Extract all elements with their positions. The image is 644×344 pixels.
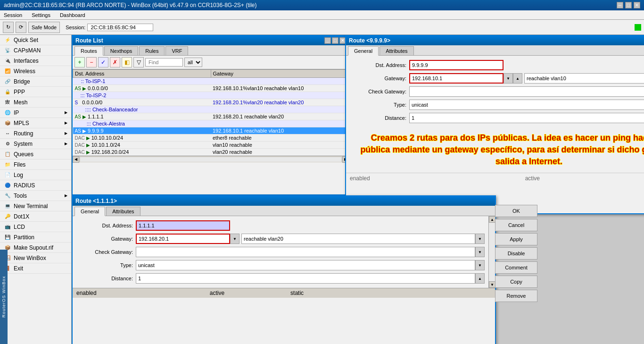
sidebar-item-ip[interactable]: 🌐 IP xyxy=(0,108,71,118)
tab-111-attributes[interactable]: Attributes xyxy=(106,207,140,216)
tab-111-general[interactable]: General xyxy=(74,207,105,216)
hscroll-left[interactable]: ◀ xyxy=(73,156,79,163)
comment-btn[interactable]: Comment xyxy=(495,261,537,274)
check-gateway-input[interactable] xyxy=(409,86,644,97)
sidebar-item-dot1x[interactable]: 🔑 Dot1X xyxy=(0,211,71,222)
sidebar-item-files[interactable]: 📁 Files xyxy=(0,159,71,170)
table-row[interactable]: AS ▶ 0.0.0.0/0 192.168.10.1%vlan10 reach… xyxy=(73,85,349,92)
filter-route-btn[interactable]: ▽ xyxy=(133,57,144,67)
route-111-title-bar[interactable]: Route <1.1.1.1> xyxy=(73,196,495,206)
sidebar-item-system[interactable]: ⚙ System xyxy=(0,139,71,149)
remove-route-btn[interactable]: − xyxy=(86,57,97,67)
ok-btn[interactable]: OK xyxy=(495,205,537,217)
copy-btn[interactable]: Copy xyxy=(495,276,537,288)
sidebar-item-new-terminal[interactable]: 💻 New Terminal xyxy=(0,201,71,211)
sidebar-item-log[interactable]: 📄 Log xyxy=(0,170,71,180)
sidebar-item-ppp[interactable]: 🔒 PPP xyxy=(0,87,71,97)
remove-btn[interactable]: Remove xyxy=(495,290,537,302)
table-row[interactable]: DAC ▶ 10.10.1.0/24 vlan10 reachable xyxy=(73,142,349,149)
refresh-btn[interactable]: ↻ xyxy=(3,22,14,33)
find-input[interactable] xyxy=(145,58,183,67)
table-row[interactable]: ::: To-ISP-2 xyxy=(73,92,349,99)
type-row: Type: ▼ xyxy=(350,99,644,110)
type-input[interactable] xyxy=(409,100,644,110)
distance-111-input[interactable] xyxy=(136,273,475,284)
type-111-input[interactable] xyxy=(136,260,475,270)
distance-input[interactable] xyxy=(409,113,644,123)
gateway-111-extra-input[interactable] xyxy=(241,234,475,244)
type-111-dropdown[interactable]: ▼ xyxy=(475,260,485,270)
sidebar-item-quick-set[interactable]: ⚡ Quick Set xyxy=(0,35,71,45)
apply-btn[interactable]: Apply xyxy=(495,233,537,245)
table-row[interactable]: :: To-ISP-1 xyxy=(73,78,349,85)
table-row[interactable]: DAC ▶ 192.168.20.0/24 vlan20 reachable xyxy=(73,149,349,156)
hscroll-track[interactable] xyxy=(80,157,341,162)
gateway-111-dropdown-btn[interactable]: ▼ xyxy=(230,234,239,244)
disable-btn[interactable]: Disable xyxy=(495,247,537,260)
minimize-btn[interactable]: ─ xyxy=(617,2,623,8)
table-row[interactable]: S 0.0.0.0/0 192.168.20.1%vlan20 reachabl… xyxy=(73,99,349,106)
sidebar-item-radius[interactable]: 🔵 RADIUS xyxy=(0,180,71,191)
dst-address-111-input[interactable] xyxy=(136,220,230,231)
check-gateway-111-dropdown[interactable]: ▼ xyxy=(475,247,485,257)
table-row-selected[interactable]: AS ▶ 9.9.9.9 192.168.10.1 reachable vlan… xyxy=(73,127,349,134)
sidebar-item-wireless[interactable]: 📶 Wireless xyxy=(0,66,71,76)
tab-999-general[interactable]: General xyxy=(348,46,379,56)
files-icon: 📁 xyxy=(4,161,11,168)
check-gateway-111-input[interactable] xyxy=(136,247,475,257)
route-list-title-bar[interactable]: Route List _ □ ✕ xyxy=(73,36,349,45)
gateway-111-input[interactable] xyxy=(136,234,230,244)
gateway-scroll-up[interactable]: ▲ xyxy=(513,73,522,84)
add-route-btn[interactable]: + xyxy=(74,57,85,67)
table-row[interactable]: AS ▶ 1.1.1.1 192.168.20.1 reachable vlan… xyxy=(73,113,349,120)
gateway-111-extra-scroll[interactable]: ▼ xyxy=(475,234,485,244)
edit-route-btn[interactable]: ✓ xyxy=(98,57,108,67)
distance-111-scroll-up[interactable]: ▲ xyxy=(475,273,485,284)
vscroll-111-down-btn[interactable]: ▼ xyxy=(489,281,495,288)
gateway-extra-input[interactable] xyxy=(524,73,644,84)
tab-vrf[interactable]: VRF xyxy=(165,46,188,55)
col-dst-address[interactable]: Dst. Address xyxy=(73,70,211,78)
sidebar-item-tools[interactable]: 🔧 Tools xyxy=(0,191,71,201)
copy-route-btn[interactable]: ◧ xyxy=(122,57,132,67)
sidebar-item-lcd[interactable]: 📺 LCD xyxy=(0,222,71,232)
sidebar-item-queues[interactable]: 📋 Queues xyxy=(0,149,71,159)
sidebar-item-make-supout[interactable]: 📦 Make Supout.rif xyxy=(0,243,71,253)
sidebar-item-exit[interactable]: 🚪 Exit xyxy=(0,263,71,274)
table-row[interactable]: ::: Check-Alestra xyxy=(73,120,349,127)
menu-settings[interactable]: Settings xyxy=(30,12,52,18)
col-gateway[interactable]: Gateway xyxy=(211,70,349,78)
sidebar-item-capsman[interactable]: 📡 CAPsMAN xyxy=(0,45,71,56)
sidebar-item-new-winbox[interactable]: 🪟 New WinBox xyxy=(0,253,71,263)
tab-999-attributes[interactable]: Attributes xyxy=(380,46,413,55)
vscroll-111-track[interactable] xyxy=(489,223,495,281)
filter-dropdown[interactable]: all xyxy=(184,58,202,67)
table-row[interactable]: DAC ▶ 10.10.10.0/24 ether8 reachable xyxy=(73,134,349,142)
close-btn[interactable]: ✕ xyxy=(634,2,640,8)
route-list-maximize[interactable]: □ xyxy=(332,37,339,44)
sidebar-item-mesh[interactable]: 🕸 Mesh xyxy=(0,97,71,108)
cancel-btn[interactable]: Cancel xyxy=(495,219,537,231)
reset-route-btn[interactable]: ✗ xyxy=(110,57,120,67)
sidebar-item-interfaces[interactable]: 🔌 Interfaces xyxy=(0,56,71,66)
gateway-input[interactable] xyxy=(409,73,504,84)
dst-address-input[interactable] xyxy=(409,60,504,70)
back-btn[interactable]: ⟳ xyxy=(16,22,26,33)
tab-routes[interactable]: Routes xyxy=(74,46,103,56)
sidebar-item-bridge[interactable]: 🔗 Bridge xyxy=(0,76,71,87)
maximize-btn[interactable]: □ xyxy=(625,2,632,8)
tab-nexthops[interactable]: Nexthops xyxy=(104,46,138,55)
table-row[interactable]: :::: Check-Balanceador xyxy=(73,106,349,113)
tab-rules[interactable]: Rules xyxy=(139,46,165,55)
route-111-title: Route <1.1.1.1> xyxy=(75,198,117,204)
sidebar-item-partition[interactable]: 💾 Partition xyxy=(0,232,71,243)
vscroll-111-up-btn[interactable]: ▲ xyxy=(489,216,495,223)
sidebar-item-mpls[interactable]: 📦 MPLS xyxy=(0,118,71,128)
menu-session[interactable]: Session xyxy=(2,12,24,18)
gateway-dropdown-btn[interactable]: ▼ xyxy=(504,73,513,84)
sidebar-item-routing[interactable]: ↔ Routing xyxy=(0,128,71,139)
route-list-minimize[interactable]: _ xyxy=(324,37,331,44)
menu-dashboard[interactable]: Dashboard xyxy=(58,12,87,18)
route-999-title-bar[interactable]: Route <9.9.9.9> xyxy=(346,36,644,45)
safe-mode-btn[interactable]: Safe Mode xyxy=(28,22,60,33)
